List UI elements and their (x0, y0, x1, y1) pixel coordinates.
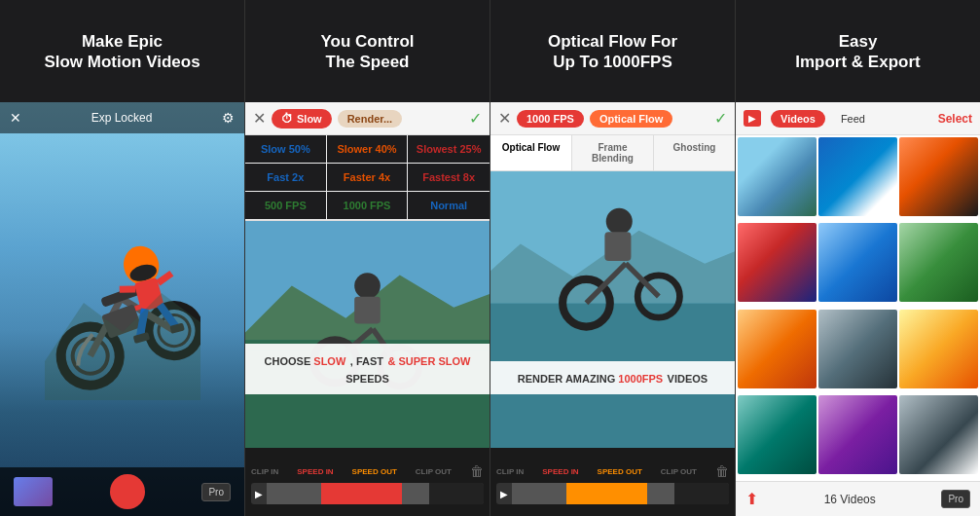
panel2-video: CHOOSE SLOW , FAST & SUPER SLOW SPEEDS (245, 221, 490, 448)
ghosting-algo-tab[interactable]: Ghosting (654, 135, 735, 170)
slow-tab[interactable]: ⏱ Slow (272, 109, 332, 129)
svg-point-26 (354, 273, 381, 299)
select-button[interactable]: Select (938, 112, 972, 126)
svg-line-16 (156, 274, 172, 283)
feed-tab[interactable]: Feed (831, 110, 875, 128)
gear-icon[interactable]: ⚙ (222, 110, 235, 126)
timeline-bar-p3[interactable]: ▶ (496, 483, 729, 504)
overlay-fast-word: , FAST (350, 355, 383, 367)
record-button[interactable] (110, 474, 145, 509)
photo-cell-10[interactable] (738, 395, 817, 474)
motocross-rider (0, 136, 244, 469)
panel3-header: Optical Flow For Up To 1000FPS (490, 0, 735, 102)
optical-tab-label: Optical Flow (599, 113, 663, 125)
speed-option-faster4x[interactable]: Faster 4x (327, 164, 409, 192)
frame-blending-algo-tab[interactable]: Frame Blending (572, 135, 654, 170)
pro-badge[interactable]: Pro (201, 483, 231, 501)
timeline-dark (429, 483, 484, 504)
optical-flow-algo-label: Optical Flow (502, 142, 560, 153)
photo-cell-9[interactable] (899, 310, 978, 388)
close-button[interactable]: ✕ (253, 109, 266, 128)
photo-cell-7[interactable] (738, 310, 817, 388)
play-icon[interactable]: ▶ (251, 489, 267, 499)
check-icon-p3[interactable]: ✓ (714, 109, 727, 128)
speed-option-1000fps[interactable]: 1000 FPS (327, 192, 409, 220)
speed-option-slowest25[interactable]: Slowest 25% (408, 135, 490, 164)
panel3-bottom: CLIP IN SPEED IN SPEED OUT CLIP OUT 🗑 ▶ (490, 448, 735, 516)
app-container: Make Epic Slow Motion Videos ✕ Exp Locke… (0, 0, 980, 516)
panel-speed-control: You Control The Speed ✕ ⏱ Slow Render...… (245, 0, 490, 516)
panel-optical-flow: Optical Flow For Up To 1000FPS ✕ 1000 FP… (490, 0, 736, 516)
photo-cell-4[interactable] (738, 223, 817, 302)
speed-overlay: CHOOSE SLOW , FAST & SUPER SLOW SPEEDS (245, 344, 490, 394)
photo-cell-2[interactable] (818, 137, 897, 216)
check-icon[interactable]: ✓ (469, 109, 482, 128)
panel3-content: ✕ 1000 FPS Optical Flow ✓ Optical Flow F… (490, 102, 735, 516)
panel-import-export: Easy Import & Export ▶ Videos Feed Selec… (736, 0, 980, 516)
play-icon-p3[interactable]: ▶ (496, 489, 512, 499)
speed-option-fastest8x[interactable]: Fastest 8x (408, 164, 490, 192)
photo-cell-3[interactable] (899, 137, 978, 216)
timeline-gray2-p3 (647, 483, 674, 504)
speed-option-fast2x[interactable]: Fast 2x (245, 164, 327, 192)
photo-cell-12[interactable] (899, 395, 978, 474)
fps-overlay: RENDER AMAZING 1000FPS VIDEOS (490, 361, 735, 394)
pro-badge-p4[interactable]: Pro (941, 490, 970, 508)
speed-out-label: SPEED OUT (352, 467, 397, 476)
svg-rect-27 (354, 297, 381, 324)
timeline-gray (267, 483, 321, 504)
svg-point-35 (606, 208, 633, 235)
panel3-video: RENDER AMAZING 1000FPS VIDEOS (490, 171, 735, 448)
timeline-orange (566, 483, 648, 504)
videos-count: 16 Videos (824, 493, 876, 506)
overlay-speeds: SPEEDS (345, 373, 389, 385)
clip-controls: CLIP IN SPEED IN SPEED OUT CLIP OUT 🗑 (245, 460, 490, 483)
render-tab[interactable]: Render... (338, 110, 402, 128)
svg-line-15 (119, 285, 134, 293)
panel4-header: Easy Import & Export (736, 0, 980, 102)
exp-locked-label: Exp Locked (91, 111, 153, 125)
panel3-title: Optical Flow For Up To 1000FPS (548, 32, 677, 72)
fps-highlight: 1000FPS (618, 373, 663, 385)
overlay-choose: CHOOSE (265, 355, 314, 367)
trash-icon[interactable]: 🗑 (470, 463, 484, 479)
photo-cell-1[interactable] (738, 137, 817, 216)
panel-slow-motion: Make Epic Slow Motion Videos ✕ Exp Locke… (0, 0, 245, 516)
photo-cell-6[interactable] (899, 223, 978, 302)
panel2-bottom: CLIP IN SPEED IN SPEED OUT CLIP OUT 🗑 ▶ (245, 448, 490, 516)
optical-flow-algo-tab[interactable]: Optical Flow (490, 135, 572, 170)
timeline-gray2 (402, 483, 429, 504)
photo-cell-8[interactable] (818, 310, 897, 388)
close-icon[interactable]: ✕ (10, 110, 21, 126)
render-tab-label: Render... (347, 113, 392, 125)
speed-in-label: SPEED IN (297, 467, 333, 476)
optical-flow-tab[interactable]: Optical Flow (590, 110, 672, 128)
photo-cell-5[interactable] (818, 223, 897, 302)
export-icon[interactable]: ⬆ (745, 490, 758, 508)
videos-tab[interactable]: Videos (771, 110, 825, 128)
panel4-bottom-bar: ⬆ 16 Videos Pro (736, 481, 980, 516)
close-button-p3[interactable]: ✕ (498, 109, 511, 128)
speed-option-slower40[interactable]: Slower 40% (327, 135, 409, 164)
speed-option-normal[interactable]: Normal (408, 192, 490, 220)
fps-badge[interactable]: 1000 FPS (517, 110, 584, 128)
panel4-title: Easy Import & Export (795, 32, 920, 72)
optical-toolbar: ✕ 1000 FPS Optical Flow ✓ (490, 102, 735, 135)
frame-blending-label: Frame Blending (592, 142, 634, 164)
panel4-content: ▶ Videos Feed Select (736, 102, 980, 516)
panel3-scene-svg (490, 171, 735, 448)
speed-option-500fps[interactable]: 500 FPS (245, 192, 327, 220)
timeline-bar[interactable]: ▶ (251, 483, 484, 504)
photo-cell-11[interactable] (818, 395, 897, 474)
clip-controls-p3: CLIP IN SPEED IN SPEED OUT CLIP OUT 🗑 (490, 460, 735, 483)
speed-in-p3: SPEED IN (542, 467, 578, 476)
speed-option-slow50[interactable]: Slow 50% (245, 135, 327, 164)
panel1-title: Make Epic Slow Motion Videos (44, 32, 200, 72)
panel1-toolbar: ✕ Exp Locked ⚙ (0, 102, 244, 133)
motocross-svg (45, 205, 200, 400)
panel1-video-area: ✕ Exp Locked ⚙ (0, 102, 244, 516)
overlay-super-slow: & SUPER SLOW (387, 355, 470, 367)
video-thumbnail[interactable] (14, 477, 53, 506)
trash-icon-p3[interactable]: 🗑 (715, 463, 729, 479)
speed-out-p3: SPEED OUT (598, 467, 642, 476)
